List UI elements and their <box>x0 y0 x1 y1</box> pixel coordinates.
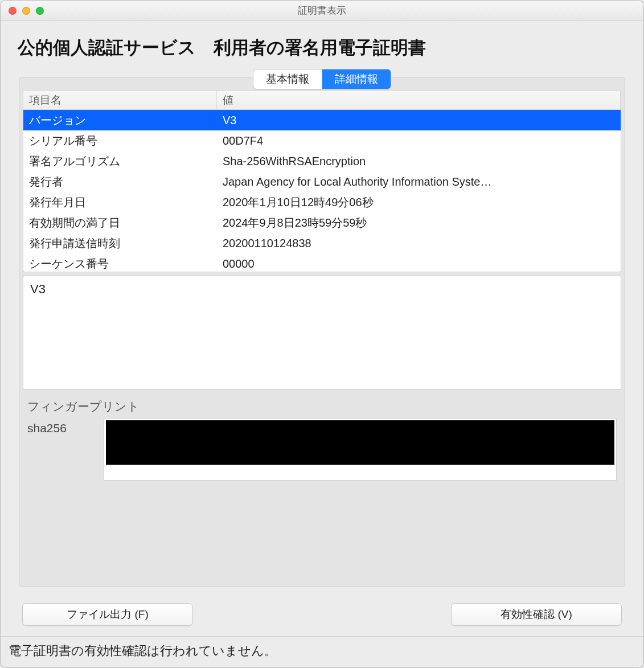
cell-value: 2024年9月8日23時59分59秒 <box>217 212 621 233</box>
table-row[interactable]: バージョンV3 <box>23 110 621 130</box>
verify-validity-button[interactable]: 有効性確認 (V) <box>451 603 622 626</box>
segmented-tabs: 基本情報 詳細情報 <box>253 69 391 89</box>
table-row[interactable]: 発行者Japan Agency for Local Authority Info… <box>23 171 621 192</box>
cell-value: 2020年1月10日12時49分06秒 <box>217 192 621 212</box>
cell-value: 20200110124838 <box>217 233 621 253</box>
table-row[interactable]: 有効期間の満了日2024年9月8日23時59分59秒 <box>23 212 621 233</box>
cell-value: Sha-256WithRSAEncryption <box>217 151 621 171</box>
fingerprint-value-box <box>104 418 617 481</box>
content-area: 公的個人認証サービス 利用者の署名用電子証明書 基本情報 詳細情報 項目名 値 … <box>1 21 643 636</box>
cell-value: Japan Agency for Local Authority Informa… <box>217 171 621 192</box>
window-title: 証明書表示 <box>1 4 643 17</box>
fingerprint-algo-label: sha256 <box>27 418 90 435</box>
cell-key: 有効期間の満了日 <box>23 212 217 233</box>
cell-key: 発行申請送信時刻 <box>23 233 217 253</box>
column-header-key[interactable]: 項目名 <box>23 91 217 109</box>
table-row[interactable]: 署名アルゴリズムSha-256WithRSAEncryption <box>23 151 621 171</box>
fingerprint-redacted-block <box>106 420 614 465</box>
table-header: 項目名 値 <box>23 91 621 110</box>
table-row[interactable]: シーケンス番号00000 <box>23 253 621 272</box>
titlebar: 証明書表示 <box>1 1 643 21</box>
cell-key: 署名アルゴリズム <box>23 151 217 171</box>
cell-key: シーケンス番号 <box>23 253 217 272</box>
cell-key: 発行者 <box>23 171 217 192</box>
page-title: 公的個人認証サービス 利用者の署名用電子証明書 <box>1 21 643 67</box>
detail-text: V3 <box>30 282 46 296</box>
detail-panel: 項目名 値 バージョンV3シリアル番号00D7F4署名アルゴリズムSha-256… <box>19 77 625 587</box>
status-bar: 電子証明書の有効性確認は行われていません。 <box>1 636 643 667</box>
table-row[interactable]: 発行年月日2020年1月10日12時49分06秒 <box>23 192 621 212</box>
tab-basic[interactable]: 基本情報 <box>253 69 322 89</box>
export-file-button[interactable]: ファイル出力 (F) <box>22 603 193 626</box>
certificate-viewer-window: 証明書表示 公的個人認証サービス 利用者の署名用電子証明書 基本情報 詳細情報 … <box>0 0 644 668</box>
properties-table: 項目名 値 バージョンV3シリアル番号00D7F4署名アルゴリズムSha-256… <box>23 90 621 272</box>
cell-value: 00000 <box>217 253 621 272</box>
cell-key: 発行年月日 <box>23 192 217 212</box>
selected-value-detail: V3 <box>23 276 621 390</box>
table-row[interactable]: シリアル番号00D7F4 <box>23 130 621 151</box>
fingerprint-section: フィンガープリント sha256 <box>23 393 621 484</box>
action-buttons-row: ファイル出力 (F) 有効性確認 (V) <box>1 599 643 636</box>
cell-key: シリアル番号 <box>23 130 217 151</box>
tab-detail[interactable]: 詳細情報 <box>322 69 391 89</box>
table-body: バージョンV3シリアル番号00D7F4署名アルゴリズムSha-256WithRS… <box>23 110 621 272</box>
table-row[interactable]: 発行申請送信時刻20200110124838 <box>23 233 621 253</box>
status-text: 電子証明書の有効性確認は行われていません。 <box>9 644 277 658</box>
cell-value: V3 <box>217 110 621 130</box>
column-header-value[interactable]: 値 <box>217 91 621 109</box>
cell-key: バージョン <box>23 110 217 130</box>
fingerprint-title: フィンガープリント <box>27 399 617 415</box>
cell-value: 00D7F4 <box>217 130 621 151</box>
tabs-container: 基本情報 詳細情報 <box>1 67 643 89</box>
